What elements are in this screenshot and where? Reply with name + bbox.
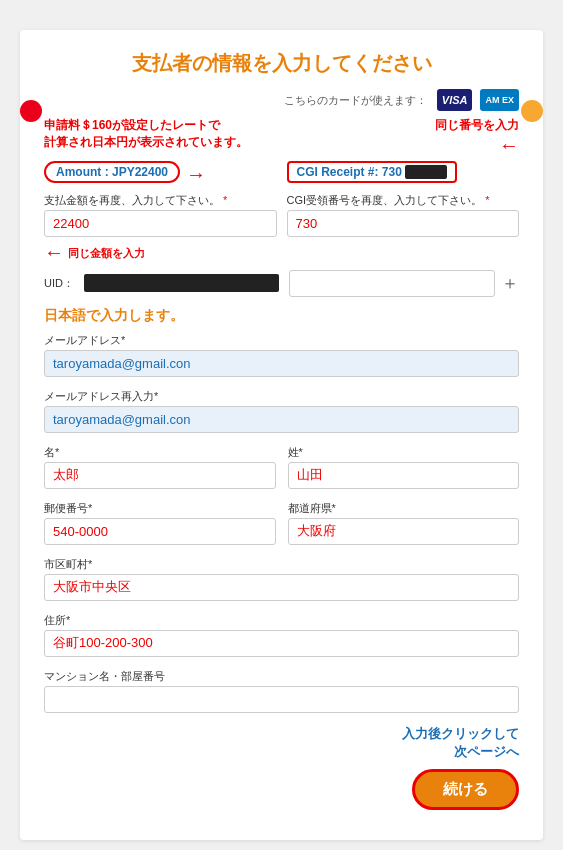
main-card: 支払者の情報を入力してください こちらのカードが使えます： VISA AM EX…	[20, 30, 543, 840]
top-right-annotation: 同じ番号を入力	[435, 117, 519, 134]
amount-arrow-icon: →	[186, 163, 206, 186]
city-label: 市区町村*	[44, 557, 519, 572]
address-row: 住所*	[44, 613, 519, 657]
cgi-receipt-label: CGI受領番号を再度、入力して下さい。 *	[287, 193, 520, 208]
city-input[interactable]	[44, 574, 519, 601]
email-input[interactable]	[44, 350, 519, 377]
city-row: 市区町村*	[44, 557, 519, 601]
building-row: マンション名・部屋番号	[44, 669, 519, 713]
last-name-col: 姓*	[288, 445, 520, 489]
uid-input[interactable]	[289, 270, 495, 297]
receipt-section: CGI Receipt #: 730 ████ CGI受領番号を再度、入力して下…	[287, 161, 520, 237]
middle-annotations: ← 同じ金額を入力	[44, 241, 519, 264]
address-input[interactable]	[44, 630, 519, 657]
uid-plus-button[interactable]: ＋	[501, 271, 519, 295]
mc-left	[20, 100, 42, 122]
continue-btn-area: 入力後クリックして次ページへ 続ける	[44, 725, 519, 810]
email-confirm-label: メールアドレス再入力*	[44, 389, 519, 404]
prefecture-label: 都道府県*	[288, 501, 520, 516]
receipt-badge: CGI Receipt #: 730 ████	[287, 161, 458, 183]
payment-amount-input[interactable]	[44, 210, 277, 237]
page-title: 支払者の情報を入力してください	[44, 50, 519, 77]
card-logos-label: こちらのカードが使えます：	[284, 93, 427, 108]
same-amount-label: 同じ金額を入力	[68, 246, 145, 261]
top-section: Amount : JPY22400 → 支払金額を再度、入力して下さい。 * C…	[44, 161, 519, 237]
visa-logo: VISA	[437, 89, 473, 111]
uid-row: UID： ＋	[44, 270, 519, 297]
payment-amount-label: 支払金額を再度、入力して下さい。 *	[44, 193, 277, 208]
zip-input[interactable]	[44, 518, 276, 545]
zip-label: 郵便番号*	[44, 501, 276, 516]
email-row: メールアドレス*	[44, 333, 519, 377]
section-annotations: 申請料＄160が設定したレートで計算され日本円が表示されています。 同じ番号を入…	[44, 117, 519, 157]
first-name-input[interactable]	[44, 462, 276, 489]
email-label: メールアドレス*	[44, 333, 519, 348]
left-annotations: 申請料＄160が設定したレートで計算され日本円が表示されています。	[44, 117, 282, 151]
email-confirm-input[interactable]	[44, 406, 519, 433]
continue-annotation: 入力後クリックして次ページへ	[402, 725, 519, 761]
japanese-note: 日本語で入力します。	[44, 307, 519, 325]
uid-blacked	[84, 274, 280, 292]
same-amount-row: ← 同じ金額を入力	[44, 241, 145, 264]
left-arrow-icon: ←	[44, 241, 64, 264]
continue-button[interactable]: 続ける	[412, 769, 519, 810]
payment-amount-required: *	[223, 194, 227, 206]
cgi-receipt-input[interactable]	[287, 210, 520, 237]
prefecture-col: 都道府県*	[288, 501, 520, 545]
cgi-receipt-required: *	[485, 194, 489, 206]
top-left-annotation: 申請料＄160が設定したレートで計算され日本円が表示されています。	[44, 117, 282, 151]
zip-prefecture-row: 郵便番号* 都道府県*	[44, 501, 519, 545]
right-arrow-icon: ←	[499, 134, 519, 157]
email-confirm-row: メールアドレス再入力*	[44, 389, 519, 433]
receipt-blacked: ████	[405, 165, 447, 179]
amount-badge: Amount : JPY22400	[44, 161, 180, 183]
card-logos-row: こちらのカードが使えます： VISA AM EX	[44, 89, 519, 111]
building-label: マンション名・部屋番号	[44, 669, 519, 684]
zip-col: 郵便番号*	[44, 501, 276, 545]
last-name-input[interactable]	[288, 462, 520, 489]
first-name-col: 名*	[44, 445, 276, 489]
mc-right	[521, 100, 543, 122]
amex-logo: AM EX	[480, 89, 519, 111]
right-annotations: 同じ番号を入力 ←	[282, 117, 520, 157]
address-label: 住所*	[44, 613, 519, 628]
page-wrapper: 支払者の情報を入力してください こちらのカードが使えます： VISA AM EX…	[0, 0, 563, 850]
building-input[interactable]	[44, 686, 519, 713]
last-name-label: 姓*	[288, 445, 520, 460]
amount-section: Amount : JPY22400 → 支払金額を再度、入力して下さい。 *	[44, 161, 277, 237]
name-row: 名* 姓*	[44, 445, 519, 489]
prefecture-input[interactable]	[288, 518, 520, 545]
uid-label: UID：	[44, 276, 74, 291]
first-name-label: 名*	[44, 445, 276, 460]
